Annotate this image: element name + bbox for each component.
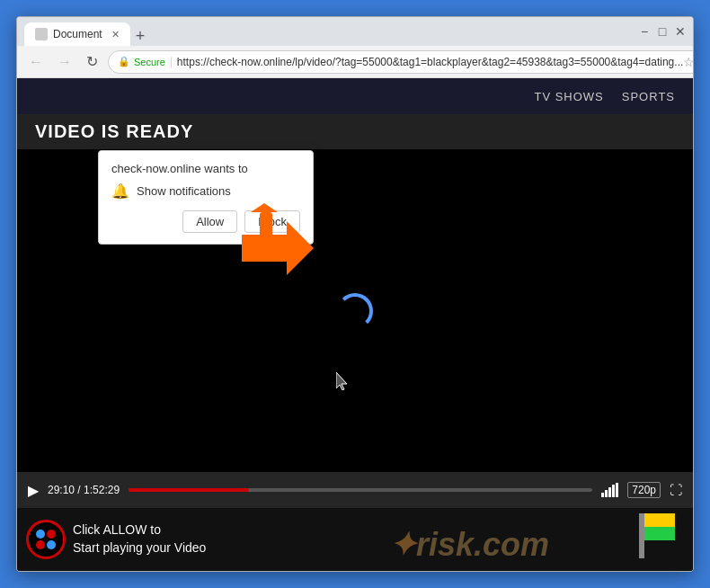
tab-area: Document ✕ +: [24, 17, 150, 46]
nav-item-sports[interactable]: SPORTS: [622, 90, 675, 103]
video-title: VIDEO IS READY: [17, 114, 693, 149]
watermark-area: Click ALLOW to Start playing your Video …: [17, 508, 693, 571]
toolbar: ← → ↻ 🔒 Secure https://check-now.online/…: [17, 46, 693, 78]
new-tab-button[interactable]: +: [130, 27, 151, 46]
arrow-indicator: [242, 203, 323, 279]
secure-icon: 🔒: [118, 56, 130, 67]
video-controls-bar: ▶ 29:10 / 1:52:29 720p ⛶: [17, 472, 693, 508]
flag-icon: [639, 513, 675, 562]
secure-label: Secure: [134, 57, 172, 67]
popup-permission-row: 🔔 Show notifications: [111, 183, 300, 200]
cta-text: Click ALLOW to Start playing your Video: [73, 521, 206, 557]
loading-spinner: [337, 293, 373, 329]
bell-icon: 🔔: [111, 183, 129, 200]
mouse-cursor: [336, 372, 351, 390]
tab-label: Document: [53, 28, 102, 40]
svg-marker-0: [251, 203, 278, 212]
permission-label: Show notifications: [137, 184, 231, 198]
reload-button[interactable]: ↻: [82, 51, 102, 72]
play-button[interactable]: ▶: [28, 482, 39, 499]
title-bar: Document ✕ + − □ ✕: [17, 17, 693, 46]
brand-watermark: ✦risk.com: [389, 526, 549, 564]
url-text: https://check-now.online/lp/video/?tag=5…: [177, 56, 683, 68]
address-bar[interactable]: 🔒 Secure https://check-now.online/lp/vid…: [108, 50, 694, 74]
back-button[interactable]: ←: [24, 52, 48, 72]
progress-bar[interactable]: [129, 488, 592, 492]
active-tab[interactable]: Document ✕: [24, 22, 130, 46]
svg-marker-2: [242, 221, 314, 275]
watermark-logo: Click ALLOW to Start playing your Video: [26, 520, 206, 559]
fullscreen-button[interactable]: ⛶: [670, 483, 682, 497]
allow-button[interactable]: Allow: [182, 210, 237, 233]
window-minimize-button[interactable]: −: [639, 26, 650, 37]
logo-circle: [26, 520, 66, 559]
svg-rect-5: [644, 513, 675, 527]
time-display: 29:10 / 1:52:29: [48, 484, 120, 496]
window-controls: − □ ✕: [639, 26, 686, 37]
bookmark-button[interactable]: ☆: [683, 55, 694, 69]
browser-window: Document ✕ + − □ ✕ ← → ↻ 🔒 Secure https:…: [16, 16, 694, 572]
page-content: TV SHOWS SPORTS VIDEO IS READY: [17, 78, 693, 571]
site-nav: TV SHOWS SPORTS: [17, 78, 693, 114]
tab-close-button[interactable]: ✕: [111, 29, 120, 40]
svg-rect-3: [639, 513, 644, 558]
logo-dots: [36, 530, 56, 549]
progress-fill: [129, 488, 249, 492]
tab-favicon: [35, 28, 48, 40]
volume-indicator: [601, 483, 618, 497]
forward-button[interactable]: →: [53, 52, 76, 72]
window-close-button[interactable]: ✕: [675, 26, 686, 37]
nav-item-tv-shows[interactable]: TV SHOWS: [534, 90, 603, 103]
window-maximize-button[interactable]: □: [657, 26, 668, 37]
popup-title: check-now.online wants to: [111, 162, 300, 175]
quality-badge[interactable]: 720p: [627, 482, 661, 498]
